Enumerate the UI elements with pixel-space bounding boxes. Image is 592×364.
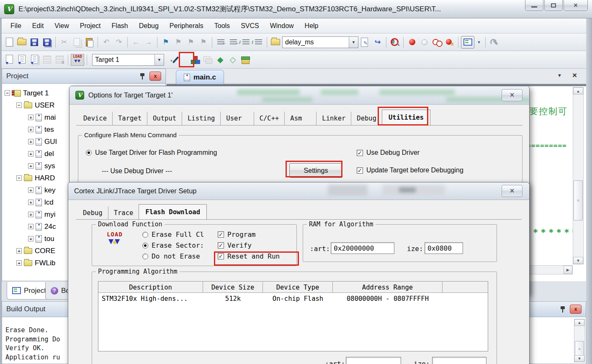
menu-edit[interactable]: Edit <box>27 21 49 31</box>
breakpoint-icon[interactable] <box>406 36 418 49</box>
copy-icon[interactable] <box>71 36 82 49</box>
target-select-input[interactable] <box>93 55 154 65</box>
navigate-forward-icon[interactable]: → <box>143 36 154 49</box>
batch-build-icon[interactable] <box>41 54 53 66</box>
tab-list-dropdown[interactable]: ▼ <box>557 73 562 78</box>
table-row[interactable]: STM32F10x High-dens... 512k On-chip Flas… <box>98 293 488 304</box>
redo-icon[interactable]: ↷ <box>113 36 125 49</box>
verify-check-row[interactable]: ✓ Verify <box>218 241 252 249</box>
menu-view[interactable]: View <box>49 21 74 31</box>
file-extensions-icon[interactable]: ◆ <box>214 54 226 66</box>
search-input[interactable] <box>283 37 349 47</box>
menu-window[interactable]: Window <box>265 21 299 31</box>
save-icon[interactable] <box>28 36 40 49</box>
build-icon[interactable] <box>16 54 28 66</box>
tab-debug[interactable]: Debug <box>77 206 108 220</box>
multi-project-icon[interactable] <box>202 54 214 66</box>
open-file-icon[interactable] <box>16 36 28 49</box>
tab-cpp[interactable]: C/C++ <box>254 112 285 125</box>
ram-size-input[interactable] <box>425 242 463 254</box>
ram-start-input[interactable] <box>331 242 394 254</box>
tab-main-c[interactable]: main.c <box>176 70 224 84</box>
tab-asm[interactable]: Asm <box>285 112 317 125</box>
editor-close-icon[interactable]: × <box>572 71 577 80</box>
disable-all-breakpoints-icon[interactable] <box>431 36 443 49</box>
save-all-icon[interactable] <box>41 36 53 49</box>
expand-icon[interactable]: + <box>28 212 33 217</box>
expand-icon[interactable]: + <box>28 187 33 193</box>
checkbox-checked-icon[interactable]: ✓ <box>218 231 224 238</box>
project-panel-close-button[interactable]: x <box>149 72 161 81</box>
goto-reference-icon[interactable]: ↪ <box>372 36 384 49</box>
tab-device[interactable]: Device <box>78 112 113 125</box>
editor-vscrollbar[interactable]: ▲ ≡ ▼ <box>573 87 584 264</box>
menu-file[interactable]: File <box>5 21 27 31</box>
expand-icon[interactable]: + <box>28 115 33 120</box>
scroll-up-button[interactable]: ▲ <box>574 319 584 326</box>
paste-icon[interactable] <box>83 36 95 49</box>
tab-listing[interactable]: Listing <box>182 112 221 125</box>
expand-icon[interactable]: + <box>28 224 33 229</box>
scroll-right-button[interactable]: ▶ <box>564 266 572 274</box>
find-icon[interactable]: @ <box>389 36 401 49</box>
radio-checked-icon[interactable] <box>86 150 92 156</box>
algo-start-input[interactable] <box>346 357 401 364</box>
expand-icon[interactable]: + <box>28 200 33 205</box>
dialog-close-button[interactable]: × <box>502 89 523 101</box>
close-button[interactable]: × <box>564 0 588 11</box>
scroll-down-button[interactable]: ▼ <box>574 355 584 362</box>
menu-debug[interactable]: Debug <box>134 21 164 31</box>
tab-user[interactable]: User <box>221 112 254 125</box>
collapse-icon[interactable]: − <box>16 175 22 181</box>
menu-flash[interactable]: Flash <box>106 21 134 31</box>
expand-icon[interactable]: + <box>16 248 22 254</box>
collapse-icon[interactable]: − <box>5 90 10 96</box>
radio-checked-icon[interactable] <box>142 243 148 249</box>
pack-installer-icon[interactable] <box>239 54 251 66</box>
erase-full-radio-row[interactable]: Erase Full Cl <box>142 231 204 238</box>
lookup-word-icon[interactable]: ✎ <box>359 36 371 49</box>
tab-trace[interactable]: Trace <box>108 206 139 220</box>
checkbox-checked-icon[interactable]: ✓ <box>218 242 224 249</box>
new-file-icon[interactable] <box>3 36 15 49</box>
use-debug-driver-check-row[interactable]: ✓ Use Debug Driver <box>357 149 420 156</box>
stop-build-icon[interactable] <box>54 54 65 66</box>
erase-sector-radio-row[interactable]: Erase Sector: <box>142 241 204 249</box>
pin-icon[interactable] <box>560 306 566 313</box>
algo-size-input[interactable] <box>432 357 486 364</box>
navigate-back-icon[interactable]: ← <box>130 36 142 49</box>
expand-icon[interactable]: + <box>28 139 33 144</box>
expand-icon[interactable]: + <box>16 260 22 266</box>
menu-help[interactable]: Help <box>299 21 324 31</box>
menu-project[interactable]: Project <box>75 21 106 31</box>
dialog-titlebar[interactable]: Cortex JLink/JTrace Target Driver Setup … <box>68 182 529 200</box>
expand-icon[interactable]: + <box>28 127 33 132</box>
scroll-thumb[interactable]: ≡ <box>575 341 584 357</box>
bookmark-next-icon[interactable]: ⚑ <box>185 36 197 49</box>
tab-flash-download[interactable]: Flash Download <box>139 204 207 220</box>
project-window-icon[interactable] <box>461 36 474 49</box>
scroll-up-button[interactable]: ▲ <box>573 87 583 95</box>
bookmark-clear-icon[interactable]: ⚑ <box>198 36 209 49</box>
cut-icon[interactable]: ✂ <box>58 36 70 49</box>
checkbox-checked-icon[interactable]: ✓ <box>357 150 363 156</box>
maximize-button[interactable] <box>544 0 563 11</box>
indent-icon[interactable]: → <box>227 36 239 49</box>
program-check-row[interactable]: ✓ Program <box>218 231 255 238</box>
dialog-close-button[interactable]: × <box>502 185 523 197</box>
rebuild-icon[interactable] <box>28 54 40 66</box>
translate-file-icon[interactable] <box>3 54 15 66</box>
radio-unchecked-icon[interactable] <box>142 254 148 259</box>
algorithm-table[interactable]: Description Device Size Device Type Addr… <box>98 281 488 351</box>
scroll-down-button[interactable]: ▼ <box>573 257 583 264</box>
search-dropdown-button[interactable]: ▼ <box>349 37 358 48</box>
configure-tools-icon[interactable] <box>488 36 500 49</box>
unindent-icon[interactable]: ← <box>215 36 227 49</box>
find-in-files-icon[interactable] <box>270 36 281 49</box>
col-device-size[interactable]: Device Size <box>203 282 263 292</box>
function-editor-icon[interactable]: ◇ <box>227 54 239 66</box>
target-dropdown-button[interactable]: ▼ <box>154 54 164 65</box>
undo-icon[interactable]: ↶ <box>100 36 112 49</box>
menu-peripherals[interactable]: Peripherals <box>164 21 209 31</box>
build-output-vscrollbar[interactable]: ▲ ≡ ▼ <box>574 319 585 362</box>
